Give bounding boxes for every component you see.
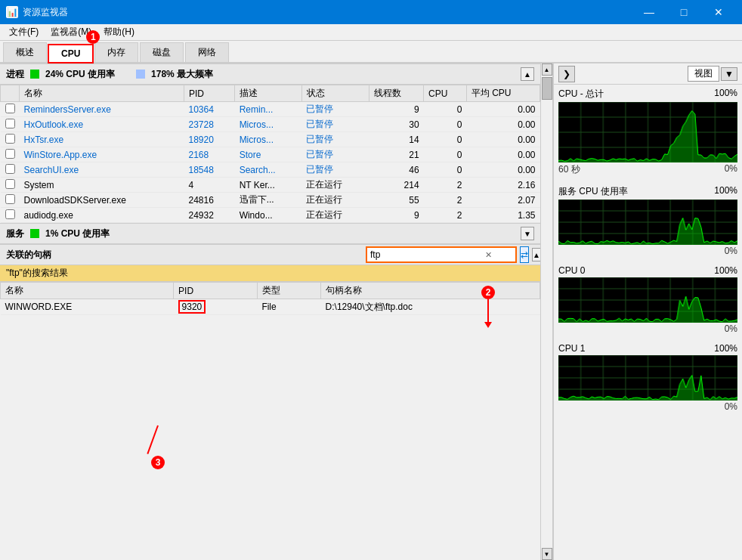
main-scrollbar[interactable]: ▲ ▼ [540, 63, 552, 560]
row-checkbox[interactable] [1, 208, 20, 223]
row-checkbox[interactable] [1, 162, 20, 178]
handles-collapse-btn[interactable]: ▲ [532, 248, 540, 261]
row-threads: 55 [369, 193, 423, 208]
services-section-header[interactable]: 服务 1% CPU 使用率 ▼ [0, 223, 540, 244]
graph-footer-right-3: 0% [725, 401, 737, 412]
right-panel: ❯ 视图 ▼ CPU - 总计100%60 秒0%服务 CPU 使用率100%0… [553, 63, 742, 560]
row-checkbox[interactable] [1, 147, 20, 162]
cpu-graph-canvas-2 [558, 277, 737, 323]
row-desc: Micros... [235, 117, 302, 132]
handle-row-pid: 9320 [174, 299, 258, 315]
row-checkbox[interactable] [1, 117, 20, 132]
titlebar: 📊 资源监视器 — □ ✕ [0, 0, 742, 24]
row-checkbox[interactable] [1, 193, 20, 208]
handles-header-right: ✕ ⇄ 2 ▲ [366, 246, 534, 263]
menu-help[interactable]: 帮助(H) [97, 24, 141, 41]
row-name: RemindersServer.exe [20, 102, 184, 117]
col-pid[interactable]: PID [184, 85, 235, 102]
close-button[interactable]: ✕ [701, 0, 736, 24]
search-clear-icon[interactable]: ✕ [484, 250, 493, 260]
row-cpu: 0 [424, 162, 467, 178]
col-cpu[interactable]: CPU [424, 85, 467, 102]
table-row[interactable]: System 4 NT Ker... 正在运行 214 2 2.16 [1, 178, 540, 193]
row-name: HxOutlook.exe [20, 117, 184, 132]
handles-col-name[interactable]: 名称 [1, 283, 174, 299]
table-row[interactable]: audiodg.exe 24932 Windo... 正在运行 9 2 1.35 [1, 208, 540, 223]
table-row[interactable]: DownloadSDKServer.exe 24816 迅雷下... 正在运行 … [1, 193, 540, 208]
handles-section-header[interactable]: 关联的句柄 ✕ ⇄ 2 [0, 244, 540, 265]
process-title: 进程 [6, 68, 24, 81]
tab-disk[interactable]: 磁盘 [140, 42, 184, 62]
table-row[interactable]: SearchUI.exe 18548 Search... 已暂停 46 0 0.… [1, 162, 540, 178]
process-table-container: 名称 PID 描述 状态 线程数 CPU 平均 CPU RemindersSer… [0, 85, 540, 223]
minimize-button[interactable]: — [632, 0, 666, 24]
expand-button[interactable]: ❯ [558, 66, 575, 82]
handles-table-container: 名称 PID 类型 句柄名称 WINWORD.EXE 9320 File D:\… [0, 282, 540, 560]
search-input[interactable] [370, 249, 484, 260]
menu-monitor[interactable]: 监视器(M) [45, 24, 97, 41]
cpu-graph-section-0: CPU - 总计100%60 秒0% [554, 85, 742, 182]
tab-cpu[interactable]: CPU 1 [48, 44, 93, 63]
cpu-graph-name-1: 服务 CPU 使用率 [558, 185, 628, 198]
row-pid: 4 [184, 178, 235, 193]
row-checkbox[interactable] [1, 132, 20, 147]
handles-col-pid[interactable]: PID [174, 283, 258, 299]
handles-col-type[interactable]: 类型 [257, 283, 320, 299]
cpu-graphs-container: CPU - 总计100%60 秒0%服务 CPU 使用率100%0%CPU 01… [554, 85, 742, 418]
row-name: audiodg.exe [20, 208, 184, 223]
row-cpu: 0 [424, 132, 467, 147]
col-threads[interactable]: 线程数 [369, 85, 423, 102]
row-checkbox[interactable] [1, 178, 20, 193]
handles-col-handle[interactable]: 句柄名称 [321, 283, 540, 299]
col-avg-cpu[interactable]: 平均 CPU [466, 85, 539, 102]
tab-memory[interactable]: 内存 [94, 42, 138, 62]
scrollbar-up[interactable]: ▲ [542, 63, 552, 76]
services-header-right: ▼ [521, 227, 534, 240]
cpu-graph-canvas-0 [558, 102, 737, 162]
scrollbar-thumb[interactable] [542, 77, 552, 100]
row-avg-cpu: 0.00 [466, 132, 539, 147]
col-desc[interactable]: 描述 [235, 85, 302, 102]
titlebar-left: 📊 资源监视器 [6, 6, 68, 19]
cpu-graph-canvas-1 [558, 200, 737, 245]
left-main: 进程 24% CPU 使用率 178% 最大频率 ▲ [0, 63, 540, 560]
table-row[interactable]: HxOutlook.exe 23728 Micros... 已暂停 30 0 0… [1, 117, 540, 132]
handles-section: 关联的句柄 ✕ ⇄ 2 [0, 244, 540, 560]
process-table: 名称 PID 描述 状态 线程数 CPU 平均 CPU RemindersSer… [0, 85, 540, 223]
col-checkbox [1, 85, 20, 102]
search-refresh-button[interactable]: ⇄ [520, 246, 529, 263]
tab-network[interactable]: 网络 [185, 42, 229, 62]
table-row[interactable]: WINWORD.EXE 9320 File D:\12940\文档\ftp.do… [1, 299, 540, 315]
maximize-button[interactable]: □ [666, 0, 701, 24]
row-checkbox[interactable] [1, 102, 20, 117]
menubar: 文件(F) 监视器(M) 帮助(H) [0, 24, 742, 41]
process-collapse-btn[interactable]: ▲ [521, 67, 534, 81]
view-dropdown-arrow[interactable]: ▼ [721, 67, 737, 81]
view-label: 视图 [688, 66, 719, 82]
row-pid: 10364 [184, 102, 235, 117]
row-avg-cpu: 0.00 [466, 162, 539, 178]
tab-overview[interactable]: 概述 [3, 42, 47, 62]
row-desc: Search... [235, 162, 302, 178]
cpu-graph-title-0: CPU - 总计100% [558, 88, 737, 101]
search-result-header: "ftp"的搜索结果 [0, 265, 540, 282]
handle-row-name: WINWORD.EXE [1, 299, 174, 315]
left-panel: 进程 24% CPU 使用率 178% 最大频率 ▲ [0, 63, 553, 560]
cpu-graph-section-1: 服务 CPU 使用率100%0% [554, 182, 742, 262]
col-name[interactable]: 名称 [20, 85, 184, 102]
row-status: 正在运行 [301, 193, 369, 208]
process-header-left: 进程 24% CPU 使用率 178% 最大频率 [6, 68, 213, 81]
scrollbar-down[interactable]: ▼ [542, 548, 552, 560]
table-row[interactable]: WinStore.App.exe 2168 Store 已暂停 21 0 0.0… [1, 147, 540, 162]
menu-file[interactable]: 文件(F) [3, 24, 45, 41]
row-threads: 9 [369, 102, 423, 117]
app-title: 资源监视器 [23, 6, 68, 19]
table-row[interactable]: HxTsr.exe 18920 Micros... 已暂停 14 0 0.00 [1, 132, 540, 147]
table-row[interactable]: RemindersServer.exe 10364 Remin... 已暂停 9… [1, 102, 540, 117]
row-threads: 46 [369, 162, 423, 178]
handles-table: 名称 PID 类型 句柄名称 WINWORD.EXE 9320 File D:\… [0, 282, 540, 315]
row-pid: 18548 [184, 162, 235, 178]
services-collapse-btn[interactable]: ▼ [521, 227, 534, 240]
col-status[interactable]: 状态 [301, 85, 369, 102]
process-section-header[interactable]: 进程 24% CPU 使用率 178% 最大频率 ▲ [0, 63, 540, 85]
